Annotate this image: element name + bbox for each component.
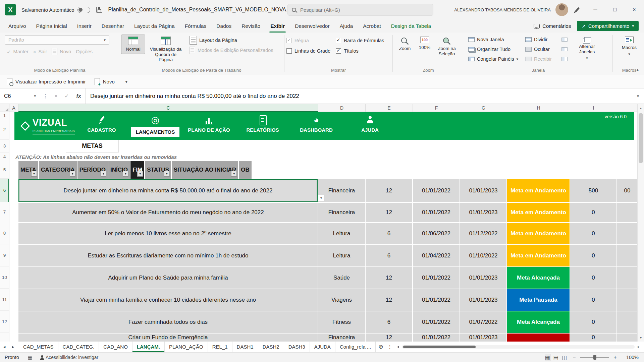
cell-status[interactable]: Meta Alcançada: [507, 311, 570, 333]
scroll-left-icon[interactable]: ◂: [394, 345, 402, 349]
zoom-out-button[interactable]: −: [572, 354, 577, 360]
maximize-button[interactable]: □: [605, 0, 625, 19]
cell-periodo[interactable]: 12: [366, 179, 413, 202]
scroll-right-icon[interactable]: ▸: [635, 345, 643, 349]
cells-region[interactable]: VIZUAL PLANILHAS EMPRESARIAIS CADASTRO: [9, 112, 637, 342]
cell-inicio[interactable]: 01/01/2022: [413, 333, 460, 342]
sheet-tab[interactable]: CAD_ANO: [99, 342, 132, 352]
zoom-to-selection-button[interactable]: Zoom na Seleção: [434, 35, 459, 58]
zoom-slider-thumb[interactable]: [593, 355, 596, 360]
new-window-button[interactable]: Nova Janela: [466, 35, 523, 44]
keep-sheet-view-button[interactable]: ✓Manter: [5, 47, 31, 56]
insert-function-button[interactable]: fx: [72, 88, 86, 104]
search-box[interactable]: [287, 4, 433, 16]
column-header[interactable]: D: [318, 104, 366, 112]
comments-button[interactable]: Comentários: [534, 23, 571, 29]
cell-fim[interactable]: 01/10/2022: [460, 244, 507, 266]
sheet-view-select[interactable]: Padrão ▾: [5, 35, 109, 45]
cell-meta[interactable]: Desejo juntar em dinheiro na minha conta…: [18, 179, 318, 202]
macros-button[interactable]: Macros ▾: [619, 35, 639, 58]
view-side-by-side-button[interactable]: [559, 35, 570, 44]
normal-view-shortcut[interactable]: ▦: [545, 354, 550, 361]
cell-fim[interactable]: 01/01/2023: [460, 266, 507, 289]
cell-inicio[interactable]: 01/01/2022: [413, 311, 460, 333]
sheet-tab[interactable]: LANÇAM.: [132, 342, 165, 352]
ribbon-tab[interactable]: Arquivo: [3, 19, 31, 33]
formula-bar-checkbox-row[interactable]: Barra de Fórmulas: [336, 36, 384, 45]
table-header-cell[interactable]: OB ▾: [239, 161, 252, 179]
cell-status[interactable]: Meta em Andamento: [507, 222, 570, 244]
cell-status[interactable]: [507, 333, 570, 342]
sheet-tab[interactable]: PLANO_AÇÃO: [165, 342, 208, 352]
sheet-tab[interactable]: CAD_METAS: [19, 342, 58, 352]
table-header-cell[interactable]: INÍCIO ▾: [108, 161, 130, 179]
zoom-button[interactable]: Zoom: [395, 35, 415, 53]
headings-checkbox-row[interactable]: Títulos: [336, 46, 384, 55]
cell-situacao[interactable]: 0: [570, 202, 617, 222]
cell-meta[interactable]: Ler pelo menos 10 livros esse ano no 2º …: [18, 222, 318, 244]
scroll-up-icon[interactable]: ▴: [638, 104, 644, 112]
column-header[interactable]: H: [507, 104, 570, 112]
table-header-cell[interactable]: SITUAÇÃO AO INICIAR ▾: [172, 161, 239, 179]
cell-status[interactable]: Meta em Andamento: [507, 244, 570, 266]
table-header-cell[interactable]: STATUS ▾: [145, 161, 171, 179]
cell-status[interactable]: Meta Alcançada: [507, 266, 570, 289]
cell-meta[interactable]: Fazer caminhada todos os dias ▾: [18, 311, 318, 333]
formula-bar-checkbox[interactable]: [336, 38, 341, 43]
ribbon-tab[interactable]: Acrobat: [358, 19, 386, 33]
row-header[interactable]: 8: [0, 222, 9, 244]
minimize-button[interactable]: ─: [586, 0, 605, 19]
cell-periodo[interactable]: 6: [366, 244, 413, 266]
cell-periodo[interactable]: 12: [366, 202, 413, 222]
cell-situacao[interactable]: 0: [570, 289, 617, 311]
row-header[interactable]: 4: [0, 153, 9, 161]
synchronous-scrolling-button[interactable]: [559, 45, 570, 54]
table-header-cell[interactable]: CATEGORIA ▾: [39, 161, 77, 179]
page-break-preview-button[interactable]: Visualização da Quebra de Página: [145, 35, 186, 64]
close-button[interactable]: ×: [625, 0, 644, 19]
cell-inicio[interactable]: 01/01/2022: [413, 266, 460, 289]
ribbon-tab[interactable]: Ajuda: [335, 19, 358, 33]
cell-obs[interactable]: [617, 202, 637, 222]
ribbon-tab[interactable]: Fórmulas: [180, 19, 212, 33]
column-header[interactable]: C: [18, 104, 318, 112]
cell-meta[interactable]: Criar um Fundo de Emergência ▾: [18, 333, 318, 342]
gridlines-checkbox[interactable]: [286, 48, 292, 54]
cell-status[interactable]: Meta Pausada: [507, 289, 570, 311]
document-title[interactable]: Planilha_de_Controle_de_Metas_Pessoais_S…: [108, 7, 302, 13]
column-header[interactable]: A: [9, 104, 18, 112]
column-header[interactable]: F: [413, 104, 460, 112]
row-header[interactable]: 10: [0, 266, 9, 289]
ribbon-tab[interactable]: Dados: [211, 19, 236, 33]
horizontal-scroll-track[interactable]: [402, 345, 635, 349]
formula-input[interactable]: Desejo juntar em dinheiro na minha conta…: [86, 88, 632, 104]
cell-inicio[interactable]: 01/01/2022: [413, 202, 460, 222]
cell-status[interactable]: Meta em Andamento: [507, 179, 570, 202]
add-sheet-button[interactable]: ⊕: [376, 343, 386, 350]
gridlines-checkbox-row[interactable]: Linhas de Grade: [286, 46, 330, 55]
sheet-tab[interactable]: DASH2: [258, 342, 284, 352]
search-input[interactable]: [300, 7, 429, 13]
ruler-checkbox-row[interactable]: Régua: [286, 36, 330, 45]
table-header-cell[interactable]: PERÍODO ▾: [77, 161, 108, 179]
horizontal-scroll-thumb[interactable]: [403, 346, 476, 348]
cell-inicio[interactable]: 01/04/2022: [413, 244, 460, 266]
row-header[interactable]: 11: [0, 289, 9, 311]
cell-inicio[interactable]: 01/06/2022: [413, 222, 460, 244]
print-preview-button[interactable]: Visualizar Impressão e Imprimir: [7, 78, 86, 85]
cell-situacao[interactable]: 0: [570, 266, 617, 289]
banner-nav-item[interactable]: PLANO DE AÇÃO: [182, 115, 236, 137]
metas-tab[interactable]: METAS: [66, 140, 119, 153]
banner-nav-item[interactable]: RELATÓRIOS: [236, 115, 289, 137]
column-header[interactable]: G: [460, 104, 507, 112]
cell-meta[interactable]: Viajar com minha família e conhecer 10 c…: [18, 289, 318, 311]
cell-meta[interactable]: Adquirir um Plano de Saúde para minha fa…: [18, 266, 318, 289]
banner-nav-item[interactable]: DASHBOARD: [289, 115, 343, 137]
cell-situacao[interactable]: 0: [570, 333, 617, 342]
exit-sheet-view-button[interactable]: ×Sair: [31, 47, 49, 56]
filter-dropdown-icon[interactable]: ▾: [231, 171, 237, 177]
zoom-100-button[interactable]: 100%: [415, 35, 434, 52]
cell-situacao[interactable]: 0: [570, 244, 617, 266]
cell-periodo[interactable]: 6: [366, 311, 413, 333]
ruler-checkbox[interactable]: [286, 38, 292, 43]
